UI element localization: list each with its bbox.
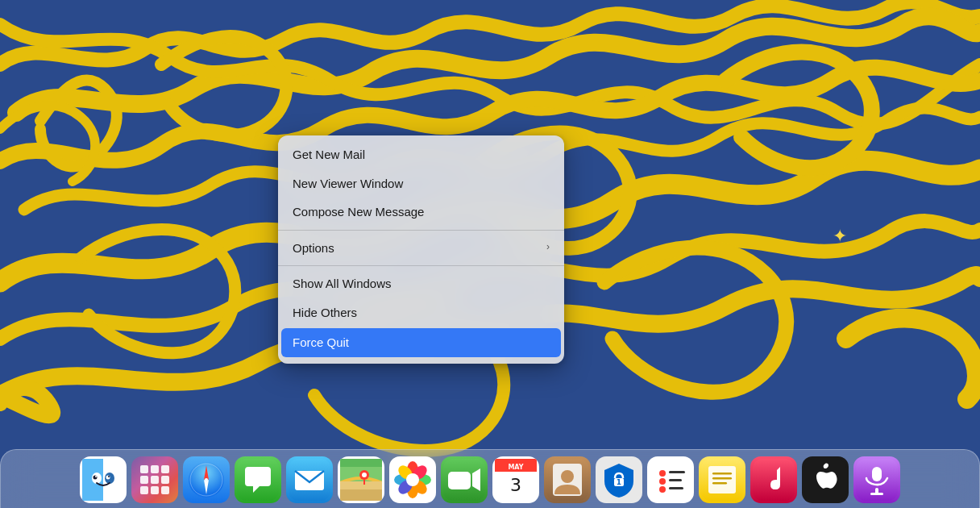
svg-rect-29	[340, 459, 382, 467]
svg-rect-13	[140, 476, 148, 484]
svg-rect-60	[669, 471, 685, 473]
menu-item-hide-others[interactable]: Hide Others	[278, 298, 564, 327]
dock-icon-appletv[interactable]	[802, 456, 849, 503]
dock: MAY 3	[0, 449, 980, 508]
dock-icon-contacts[interactable]	[544, 456, 591, 503]
svg-point-8	[95, 476, 97, 477]
svg-rect-31	[340, 489, 382, 501]
svg-rect-64	[669, 487, 683, 489]
svg-rect-74	[872, 467, 882, 481]
context-menu: Get New Mail New Viewer Window Compose N…	[278, 135, 564, 364]
menu-item-force-quit[interactable]: Force Quit	[281, 328, 561, 357]
dock-icon-facetime[interactable]	[441, 456, 488, 503]
desktop: ✦ Get New Mail New Viewer Window Compose…	[0, 0, 980, 508]
svg-rect-14	[151, 476, 159, 484]
svg-rect-70	[753, 459, 795, 501]
svg-point-54	[561, 470, 574, 483]
menu-item-show-all-windows[interactable]: Show All Windows	[278, 269, 564, 298]
svg-rect-67	[712, 473, 732, 475]
svg-point-23	[205, 478, 208, 481]
dock-icon-launchpad[interactable]	[131, 456, 178, 503]
dock-icon-safari[interactable]	[183, 456, 230, 503]
dock-icon-finder[interactable]	[80, 456, 127, 503]
dock-icon-messages[interactable]	[235, 456, 281, 503]
svg-rect-62	[669, 479, 682, 481]
menu-item-new-viewer-window[interactable]: New Viewer Window	[278, 169, 564, 198]
svg-point-63	[659, 486, 666, 493]
svg-rect-10	[140, 465, 148, 473]
svg-rect-12	[161, 465, 169, 473]
svg-rect-76	[870, 493, 883, 495]
svg-rect-68	[712, 477, 732, 480]
svg-rect-18	[161, 486, 169, 494]
dock-icon-mail[interactable]	[286, 456, 333, 503]
dock-icon-music[interactable]	[750, 456, 797, 503]
menu-item-options[interactable]: Options ›	[278, 234, 564, 263]
svg-point-33	[362, 473, 367, 477]
svg-text:3: 3	[510, 475, 521, 495]
options-label: Options	[293, 240, 334, 256]
svg-rect-17	[151, 486, 159, 494]
dock-icon-podcasts[interactable]	[853, 456, 900, 503]
dock-icon-notes[interactable]	[699, 456, 745, 503]
svg-point-9	[108, 476, 110, 477]
svg-rect-45	[448, 472, 471, 489]
menu-separator-2	[278, 265, 564, 266]
dock-icon-reminders[interactable]	[647, 456, 694, 503]
svg-rect-69	[712, 482, 727, 485]
svg-rect-15	[161, 476, 169, 484]
svg-point-61	[659, 478, 666, 485]
svg-point-7	[106, 476, 110, 480]
svg-rect-11	[151, 465, 159, 473]
svg-point-43	[406, 473, 419, 486]
menu-item-get-new-mail[interactable]: Get New Mail	[278, 140, 564, 169]
svg-text:MAY: MAY	[508, 464, 523, 471]
svg-text:1: 1	[617, 478, 621, 486]
options-arrow-icon: ›	[546, 241, 550, 254]
sparkle-decoration: ✦	[833, 226, 847, 247]
menu-item-compose-new-message[interactable]: Compose New Message	[278, 198, 564, 227]
dock-icon-photos[interactable]	[389, 456, 436, 503]
dock-icon-maps[interactable]	[338, 456, 384, 503]
svg-rect-16	[140, 486, 148, 494]
dock-icon-onepassword[interactable]: 1	[596, 456, 642, 503]
svg-point-6	[93, 476, 98, 480]
svg-rect-66	[708, 466, 736, 493]
dock-icon-calendar[interactable]: MAY 3	[492, 456, 539, 503]
menu-separator-1	[278, 230, 564, 231]
svg-point-59	[659, 470, 666, 477]
